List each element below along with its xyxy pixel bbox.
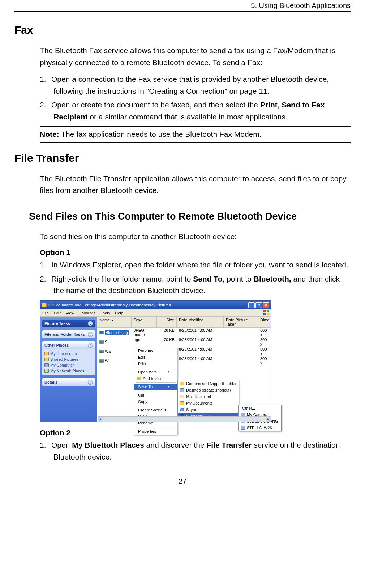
menu-edit[interactable]: Edit — [134, 354, 177, 360]
chevron-icon[interactable]: ⌄ — [88, 380, 93, 385]
col-date[interactable]: Date Modified — [177, 317, 224, 327]
menu-add-to-zip[interactable]: Add to Zip — [134, 375, 177, 382]
picture-tasks-panel[interactable]: Picture Tasks⌄ — [42, 320, 95, 327]
fax-step-2: 2.Open or create the document to be faxe… — [40, 99, 351, 123]
panel-title: Other Places — [44, 343, 69, 347]
menu-properties[interactable]: Properties — [134, 428, 177, 435]
scroll-left-icon[interactable]: ◄ — [98, 417, 103, 422]
window-titlebar[interactable]: C:\Documents and Settings\Administrator\… — [40, 301, 271, 309]
menu-bar: File Edit View Favorites Tools Help — [40, 309, 271, 317]
link-my-documents[interactable]: My Documents — [44, 351, 93, 356]
menu-tools[interactable]: Tools — [101, 311, 110, 315]
menu-file[interactable]: File — [42, 311, 49, 315]
fax-note: Note: The fax application needs to use t… — [40, 126, 351, 142]
page-number: 27 — [14, 477, 351, 486]
step-number: 1. — [40, 259, 51, 271]
folder-icon — [44, 352, 49, 355]
heading-fax: Fax — [14, 24, 351, 36]
folder-icon — [180, 382, 184, 385]
menu-open-with[interactable]: Open With — [134, 369, 177, 375]
step-number: 2. — [40, 273, 51, 285]
close-button[interactable]: × — [263, 302, 269, 308]
col-dimensions[interactable]: Dime — [258, 317, 269, 327]
bt-stella-w2k[interactable]: STELLA_W2K — [239, 424, 281, 431]
scroll-right-icon[interactable]: ► — [266, 417, 271, 422]
network-icon — [44, 369, 49, 373]
menu-send-to[interactable]: Send To — [134, 384, 177, 390]
context-menu-send-to: Compressed (zipped) Folder Desktop (crea… — [177, 380, 239, 420]
file-row[interactable]: Wi ege 104 KB 8/23/2001 4:00 AM 800 x — [97, 356, 271, 365]
menu-cut[interactable]: Cut — [134, 392, 177, 398]
step-text: Open or create the document to be faxed,… — [51, 101, 325, 121]
image-icon — [99, 359, 104, 363]
chevron-icon[interactable]: ⌄ — [88, 321, 93, 326]
device-icon — [241, 413, 245, 416]
task-pane: Picture Tasks⌄ File and Folder Tasks⌄ Ot… — [40, 317, 97, 422]
chevron-icon[interactable]: ⌃ — [88, 343, 93, 348]
menu-favorites[interactable]: Favorites — [79, 311, 95, 315]
note-label: Note: — [40, 130, 59, 138]
menu-print[interactable]: Print — [134, 360, 177, 367]
window-title-text: C:\Documents and Settings\Administrator\… — [48, 303, 171, 307]
file-row[interactable]: Su ege 70 KB 8/23/2001 4:00 AM 800 x — [97, 337, 271, 347]
horizontal-scrollbar[interactable]: ◄ ► — [98, 416, 271, 422]
sendto-mail[interactable]: Mail Recipient — [178, 393, 239, 400]
fax-steps: 1.Open a connection to the Fax service t… — [40, 73, 351, 123]
col-name[interactable]: Name ▲ — [97, 317, 132, 327]
step-text: Right-click the file or folder name, poi… — [51, 275, 340, 295]
ft-intro: The Bluetooth File Transfer application … — [40, 173, 351, 196]
columns-header[interactable]: Name ▲ Type Size Date Modified Date Pict… — [97, 317, 271, 328]
col-date-picture-taken[interactable]: Date Picture Taken — [224, 317, 258, 327]
context-menu-file: Preview Edit Print Open With Add to Zip … — [134, 347, 177, 435]
subheading-send-files: Send Files on This Computer to Remote Bl… — [29, 211, 351, 222]
link-my-computer[interactable]: My Computer — [44, 362, 93, 368]
sendto-desktop[interactable]: Desktop (create shortcut) — [178, 387, 239, 393]
bt-other[interactable]: Other... — [239, 405, 281, 411]
menu-view[interactable]: View — [66, 311, 74, 315]
file-row[interactable]: Blue hills.jpg JPEG Image 28 KB 8/23/200… — [97, 328, 271, 337]
minimize-button[interactable]: _ — [248, 302, 255, 308]
explorer-screenshot: C:\Documents and Settings\Administrator\… — [40, 300, 271, 422]
option2-steps: 1.Open My Bluettoth Places and discorver… — [40, 439, 351, 463]
maximize-button[interactable]: □ — [256, 302, 262, 308]
sendto-compressed[interactable]: Compressed (zipped) Folder — [178, 380, 239, 387]
details-panel[interactable]: Details⌄ — [42, 378, 95, 386]
skype-icon — [180, 408, 184, 411]
fax-step-1: 1.Open a connection to the Fax service t… — [40, 73, 351, 97]
step-text: Open My Bluettoth Places and discorver t… — [51, 441, 340, 461]
opt1-step-2: 2.Right-click the file or folder name, p… — [40, 273, 351, 297]
menu-preview[interactable]: Preview — [134, 347, 177, 354]
panel-title: Details — [44, 380, 57, 384]
sendto-skype[interactable]: Skype — [178, 406, 239, 413]
menu-copy[interactable]: Copy — [134, 398, 177, 405]
chevron-icon[interactable]: ⌄ — [88, 332, 93, 337]
other-places-panel: Other Places⌃ My Documents Shared Pictur… — [42, 341, 95, 375]
note-text: The fax application needs to use the Blu… — [59, 130, 262, 138]
folder-icon — [42, 303, 47, 307]
option1-heading: Option 1 — [40, 248, 351, 257]
image-icon — [99, 331, 104, 334]
step-number: 2. — [40, 99, 51, 111]
menu-edit[interactable]: Edit — [54, 311, 61, 315]
send-lead: To send files on this computer to anothe… — [40, 231, 351, 243]
step-text: Open a connection to the Fax service tha… — [51, 75, 329, 95]
heading-file-transfer: File Transfer — [14, 152, 351, 164]
windows-flag-icon — [263, 310, 269, 315]
file-row[interactable]: Wa ige 82 KB 8/23/2001 4:00 AM 800 x — [97, 347, 271, 356]
col-type[interactable]: Type — [132, 317, 157, 327]
option2-heading: Option 2 — [40, 428, 351, 437]
menu-help[interactable]: Help — [115, 311, 123, 315]
image-icon — [99, 350, 104, 353]
step-text: In Windows Explorer, open the folder whe… — [51, 261, 348, 269]
sendto-my-documents[interactable]: My Documents — [178, 400, 239, 406]
link-my-network-places[interactable]: My Network Places — [44, 368, 93, 374]
link-shared-pictures[interactable]: Shared Pictures — [44, 356, 93, 362]
col-size[interactable]: Size — [157, 317, 177, 327]
step-number: 1. — [40, 73, 51, 85]
file-folder-tasks-panel[interactable]: File and Folder Tasks⌄ — [42, 330, 95, 338]
option1-steps: 1.In Windows Explorer, open the folder w… — [40, 259, 351, 297]
folder-icon — [44, 358, 49, 361]
fax-intro: The Bluetooth Fax service allows this co… — [40, 45, 351, 68]
computer-icon — [44, 363, 49, 367]
menu-create-shortcut[interactable]: Create Shortcut — [134, 407, 177, 413]
